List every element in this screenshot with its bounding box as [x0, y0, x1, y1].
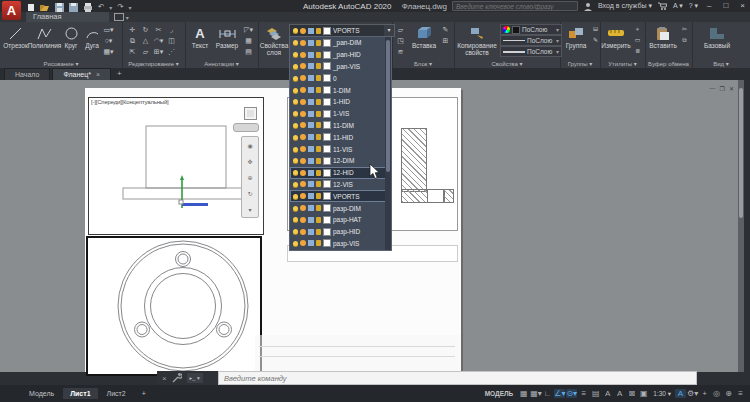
layer-on-icon[interactable]	[293, 40, 298, 45]
tab-model[interactable]: Модель	[22, 388, 61, 399]
layer-on-icon[interactable]	[293, 99, 298, 104]
new-layout-button[interactable]: +	[135, 388, 153, 399]
layer-on-icon[interactable]	[293, 229, 298, 234]
doc-minimize-icon[interactable]: —	[710, 85, 716, 92]
viewcube-home-control[interactable]	[233, 123, 259, 132]
file-tab-document[interactable]: Фланец* ×	[52, 68, 111, 80]
doc-close-icon[interactable]: ✕	[729, 85, 734, 92]
file-tab-close-icon[interactable]: ×	[96, 69, 100, 81]
layer-row[interactable]: 11-VIS	[290, 143, 386, 155]
lineweight-combo[interactable]: ПоСлою▾	[500, 46, 562, 57]
orbit-icon[interactable]: ↻	[247, 190, 252, 197]
layer-lock-icon[interactable]	[316, 205, 321, 211]
layer-freeze-icon[interactable]	[300, 170, 306, 176]
layer-row[interactable]: 1-VIS	[290, 108, 386, 120]
layer-freeze-icon[interactable]	[300, 146, 306, 152]
layer-vpfreeze-icon[interactable]	[308, 158, 314, 164]
layer-freeze-icon[interactable]	[300, 87, 306, 93]
tab-layout2[interactable]: Лист2	[100, 388, 133, 399]
status-toggle[interactable]: ∠▾	[554, 389, 565, 398]
layer-color-swatch[interactable]	[323, 133, 331, 141]
layer-color-swatch[interactable]	[323, 228, 331, 236]
layer-lock-icon[interactable]	[316, 122, 321, 128]
layer-freeze-icon[interactable]	[300, 158, 306, 164]
status-toggle[interactable]: ⊠	[626, 389, 637, 398]
layer-freeze-icon[interactable]	[300, 52, 306, 58]
layer-vpfreeze-icon[interactable]	[308, 52, 314, 58]
command-close-icon[interactable]: ×	[162, 374, 167, 383]
layer-freeze-icon[interactable]	[300, 193, 306, 199]
layer-color-swatch[interactable]	[323, 74, 331, 82]
quick-select-icon[interactable]: ⌖	[631, 24, 644, 35]
status-toggle[interactable]: A	[675, 389, 686, 398]
status-toggle[interactable]: ⚙▾	[687, 389, 698, 398]
autodesk-app-menu[interactable]: A ▾	[673, 1, 683, 11]
fillet-icon[interactable]: ◠▾	[152, 35, 165, 46]
layer-on-icon[interactable]	[293, 64, 298, 69]
layer-vpfreeze-icon[interactable]	[308, 240, 314, 246]
linetype-combo[interactable]: ПоСлою▾	[500, 35, 562, 46]
viewport-label[interactable]: [-][Спереди][Концептуальный]	[91, 99, 169, 105]
layer-freeze-icon[interactable]	[300, 134, 306, 140]
define-attr-icon[interactable]: ✎	[439, 24, 452, 35]
layer-color-swatch[interactable]	[323, 216, 331, 224]
layer-on-icon[interactable]	[293, 170, 298, 175]
draw-more-icons[interactable]: ▭▾ ○▾ ▦▾	[102, 24, 115, 57]
ribbon-tab[interactable]: Главная	[26, 12, 109, 22]
status-toggle[interactable]: ⊙▾	[566, 389, 577, 398]
help-menu[interactable]: ? ▾	[689, 1, 698, 11]
layer-freeze-icon[interactable]	[300, 122, 306, 128]
cut-icon[interactable]: ✂	[678, 24, 691, 35]
layer-lock-icon[interactable]	[316, 99, 321, 105]
layer-lock-icon[interactable]	[316, 87, 321, 93]
layout-paper[interactable]: [-][Спереди][Концептуальный] ◉ ✥ ⊕ ↻ ▾	[85, 88, 461, 372]
layer-on-icon[interactable]	[293, 241, 298, 246]
block-sync-icon[interactable]: ≋	[394, 46, 407, 57]
pan-icon[interactable]: ✥	[247, 158, 252, 165]
restore-button[interactable]: □	[720, 1, 731, 11]
layer-lock-icon[interactable]	[316, 170, 321, 176]
viewport-scale[interactable]: 1:30 ▾	[650, 390, 674, 398]
layer-freeze-icon[interactable]	[300, 229, 306, 235]
zoom-icon[interactable]: ⊕	[247, 174, 252, 181]
mask-icon[interactable]: ▤	[242, 46, 255, 57]
layer-row[interactable]: 0	[290, 72, 386, 84]
viewport-top[interactable]	[86, 236, 262, 376]
layer-freeze-icon[interactable]	[300, 99, 306, 105]
layer-on-icon[interactable]	[293, 217, 298, 222]
layer-lock-icon[interactable]	[316, 229, 321, 235]
layer-freeze-icon[interactable]	[300, 240, 306, 246]
copy-clip-icon[interactable]: ⧉	[678, 35, 691, 46]
layer-row[interactable]: _pan-VIS	[290, 61, 386, 73]
search-account-icon[interactable]	[584, 2, 592, 11]
layer-color-swatch[interactable]	[323, 98, 331, 106]
layer-lock-icon[interactable]	[316, 193, 321, 199]
layer-row[interactable]: разр-HID	[290, 226, 386, 238]
rectangle-icon[interactable]: ▭▾	[102, 24, 115, 35]
layer-row[interactable]: _pan-HID	[290, 49, 386, 61]
layer-vpfreeze-icon[interactable]	[308, 87, 314, 93]
layer-vpfreeze-icon[interactable]	[308, 75, 314, 81]
layer-on-icon[interactable]	[293, 147, 298, 152]
leader-icon[interactable]: ◸▾	[242, 24, 255, 35]
scale-icon[interactable]: ▱	[139, 46, 152, 57]
layer-on-icon[interactable]	[293, 194, 298, 199]
doc-restore-icon[interactable]: ❐	[720, 85, 725, 92]
group-button[interactable]: Группа	[562, 24, 590, 49]
panel-label-utilities[interactable]: Утилиты ▾	[600, 60, 645, 67]
app-store-cart-icon[interactable]	[658, 2, 667, 10]
layer-color-swatch[interactable]	[323, 180, 331, 188]
layer-vpfreeze-icon[interactable]	[308, 111, 314, 117]
panel-label-edit[interactable]: Редактирование ▾	[122, 60, 185, 67]
layer-freeze-icon[interactable]	[300, 40, 306, 46]
status-toggle[interactable]: ▤	[590, 389, 601, 398]
offset-icon[interactable]: ◫	[165, 35, 178, 46]
trim-icon[interactable]: ✂	[152, 24, 165, 35]
move-icon[interactable]: ✛	[126, 24, 139, 35]
layer-color-swatch[interactable]	[323, 239, 331, 247]
layer-row[interactable]: 11-DIM	[290, 120, 386, 132]
layer-lock-icon[interactable]	[316, 181, 321, 187]
close-button[interactable]: ×	[737, 1, 748, 11]
count-icon[interactable]: ≣	[631, 46, 644, 57]
measure-button[interactable]: Измерить	[601, 24, 631, 49]
